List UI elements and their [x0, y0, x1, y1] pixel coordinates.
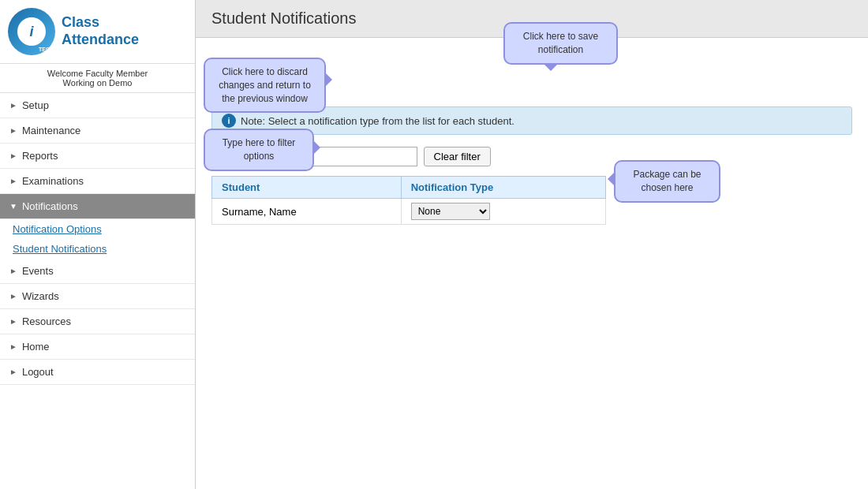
- clear-filter-button[interactable]: Clear filter: [424, 147, 491, 166]
- sidebar-item-label: Notifications: [22, 200, 78, 212]
- chevron-right-icon: ►: [9, 151, 17, 160]
- logo-inner: i: [17, 17, 46, 46]
- sidebar-item-logout[interactable]: ► Logout: [0, 360, 195, 385]
- chevron-right-icon: ►: [9, 101, 17, 110]
- sidebar: i TECH ClassAttendance Welcome Faculty M…: [0, 0, 196, 489]
- sidebar-item-resources[interactable]: ► Resources: [0, 309, 195, 334]
- logo: i TECH: [8, 8, 55, 55]
- sidebar-item-label: Reports: [22, 150, 58, 162]
- sidebar-item-notification-options[interactable]: Notification Options: [0, 219, 195, 239]
- tooltip-package: Package can be chosen here: [614, 160, 720, 203]
- chevron-right-icon: ►: [9, 342, 17, 351]
- page-title: Student Notifications: [211, 9, 356, 27]
- sidebar-item-label: Logout: [22, 366, 54, 378]
- notifications-subnav: Notification Options Student Notificatio…: [0, 219, 195, 259]
- sidebar-item-label: Maintenance: [22, 125, 80, 136]
- main-content: Student Notifications Click here to disc…: [196, 0, 868, 489]
- tooltip-save: Click here to save notification: [503, 22, 618, 65]
- sidebar-item-label: Events: [22, 265, 54, 277]
- chevron-right-icon: ►: [9, 126, 17, 135]
- sidebar-item-label: Resources: [22, 315, 71, 327]
- chevron-right-icon: ►: [9, 292, 17, 300]
- chevron-right-icon: ►: [9, 267, 17, 275]
- note-text: Note: Select a notification type from th…: [241, 115, 514, 127]
- sidebar-item-examinations[interactable]: ► Examinations: [0, 169, 195, 194]
- app-title: ClassAttendance: [62, 14, 139, 48]
- notification-select[interactable]: None Email SMS Both: [411, 203, 490, 220]
- sidebar-item-label: Wizards: [22, 290, 59, 302]
- sidebar-item-events[interactable]: ► Events: [0, 259, 195, 284]
- sidebar-item-setup[interactable]: ► Setup: [0, 93, 195, 118]
- chevron-right-icon: ►: [9, 177, 17, 185]
- col-notification: Notification Type: [401, 177, 605, 199]
- sidebar-item-notifications[interactable]: ▼ Notifications: [0, 194, 195, 219]
- welcome-text: Welcome Faculty Member Working on Demo: [0, 64, 195, 93]
- sidebar-item-label: Examinations: [22, 175, 84, 187]
- sidebar-item-home[interactable]: ► Home: [0, 334, 195, 360]
- notification-cell: None Email SMS Both: [401, 199, 605, 225]
- sidebar-item-wizards[interactable]: ► Wizards: [0, 284, 195, 309]
- col-student: Student: [212, 177, 402, 199]
- student-name: Surname, Name: [212, 199, 402, 225]
- chevron-down-icon: ▼: [9, 202, 17, 211]
- tooltip-back: Click here to discard changes and return…: [204, 58, 326, 113]
- sidebar-item-reports[interactable]: ► Reports: [0, 144, 195, 169]
- sidebar-item-student-notifications[interactable]: Student Notifications: [0, 239, 195, 259]
- sidebar-header: i TECH ClassAttendance: [0, 0, 195, 64]
- sidebar-item-label: Home: [22, 341, 50, 353]
- logo-tech-text: TECH: [39, 47, 54, 52]
- tooltip-filter: Type here to filter options: [204, 129, 314, 171]
- chevron-right-icon: ►: [9, 368, 17, 376]
- sidebar-item-label: Setup: [22, 99, 49, 111]
- table-row: Surname, Name None Email SMS Both: [212, 199, 606, 225]
- info-icon: i: [222, 114, 236, 128]
- content-area: Click here to discard changes and return…: [196, 38, 868, 489]
- student-table: Student Notification Type Surname, Name …: [211, 176, 606, 225]
- logo-i-icon: i: [29, 24, 33, 40]
- chevron-right-icon: ►: [9, 317, 17, 326]
- sidebar-item-maintenance[interactable]: ► Maintenance: [0, 118, 195, 144]
